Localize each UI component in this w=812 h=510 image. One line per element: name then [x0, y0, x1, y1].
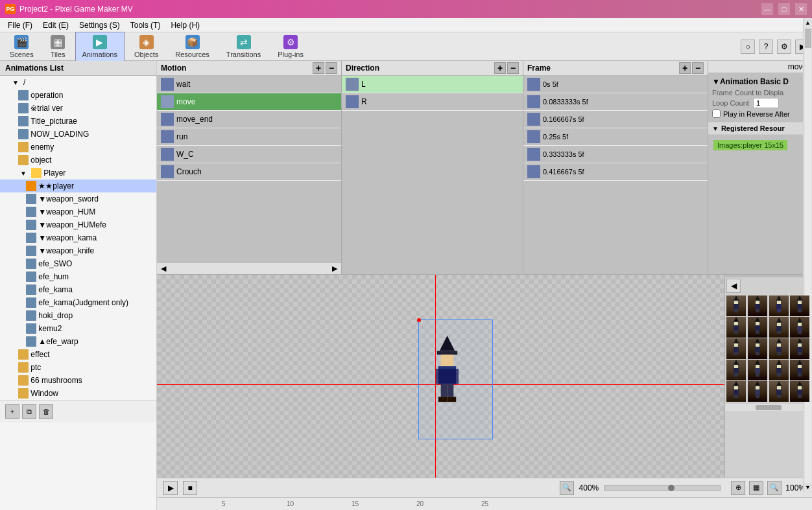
- sidebar-item-enemy[interactable]: enemy: [0, 141, 156, 154]
- sidebar-item-object[interactable]: object: [0, 154, 156, 167]
- frame-remove-button[interactable]: −: [692, 62, 704, 74]
- toolbar-plugins[interactable]: ⚙ Plug-ins: [270, 32, 311, 62]
- sprite-strip-left-arrow[interactable]: ◀: [726, 279, 741, 293]
- animation-basic-title[interactable]: ▼ Animation Basic D: [712, 77, 808, 86]
- frame-1[interactable]: 0.0833333s 5f: [523, 93, 708, 111]
- play-button[interactable]: ▶: [163, 481, 178, 495]
- delete-animation-button[interactable]: 🗑: [39, 404, 53, 419]
- motion-wait[interactable]: wait: [157, 76, 341, 93]
- search-zoom-icon[interactable]: 🔍: [560, 481, 574, 495]
- motion-vscroll[interactable]: ▲ ▼: [803, 61, 812, 492]
- motion-scroll-down-icon[interactable]: ▼: [805, 483, 811, 492]
- sidebar-item-efe-kama-j[interactable]: efe_kama(Judgment only): [0, 296, 156, 309]
- motion-move[interactable]: move: [157, 93, 341, 111]
- toolbar-animations[interactable]: ▶ Animations: [75, 32, 125, 62]
- sprite-cell-16[interactable]: [726, 381, 746, 402]
- sidebar-item-hoki-drop[interactable]: hoki_drop: [0, 309, 156, 322]
- sidebar-item-effect[interactable]: effect: [0, 348, 156, 361]
- sidebar-item-weapon-sword[interactable]: ▼weapon_sword: [0, 192, 156, 205]
- sidebar-item-now-loading[interactable]: NOW_LOADING: [0, 128, 156, 141]
- right-search-icon[interactable]: 🔍: [767, 481, 782, 495]
- menu-tools[interactable]: Tools (T): [125, 19, 166, 31]
- minimize-button[interactable]: —: [761, 3, 773, 15]
- motion-run[interactable]: run: [157, 128, 341, 146]
- direction-L[interactable]: L: [342, 76, 523, 93]
- registered-resources-header[interactable]: ▼ Registered Resour: [708, 122, 812, 135]
- sprite-cell-8[interactable]: [726, 338, 746, 359]
- canvas-container[interactable]: [157, 275, 724, 478]
- sprite-cell-0[interactable]: [726, 296, 746, 316]
- zoom-slider-thumb[interactable]: [668, 485, 675, 491]
- sprite-strip-hscroll[interactable]: [725, 403, 812, 411]
- toolbar-objects[interactable]: ◈ Objects: [127, 32, 165, 62]
- sprite-cell-18[interactable]: [769, 381, 789, 402]
- sidebar-item-window[interactable]: Window: [0, 387, 156, 400]
- sprite-cell-13[interactable]: [748, 360, 767, 380]
- sidebar-item-weapon-hum[interactable]: ▼weapon_HUM: [0, 205, 156, 218]
- motion-add-button[interactable]: +: [313, 62, 324, 74]
- sprite-cell-7[interactable]: [790, 317, 809, 338]
- sprite-cell-1[interactable]: [748, 296, 767, 316]
- direction-add-button[interactable]: +: [494, 62, 506, 74]
- close-button[interactable]: ✕: [795, 3, 807, 15]
- toolbar-tiles[interactable]: ▦ Tiles: [43, 32, 73, 62]
- loop-count-input[interactable]: [753, 98, 779, 108]
- motion-remove-button[interactable]: −: [326, 62, 337, 74]
- frame-3[interactable]: 0.25s 5f: [523, 128, 708, 146]
- sprite-cell-3[interactable]: [790, 296, 809, 316]
- motion-move-end[interactable]: move_end: [157, 111, 341, 128]
- right-grid-icon[interactable]: ▦: [749, 481, 763, 495]
- sprite-cell-14[interactable]: [769, 360, 789, 380]
- zoom-slider[interactable]: [604, 485, 721, 491]
- sprite-cell-9[interactable]: [748, 338, 767, 359]
- menu-edit[interactable]: Edit (E): [38, 19, 74, 31]
- sidebar-item-root[interactable]: ▼ /: [0, 76, 156, 89]
- sprite-cell-2[interactable]: [769, 296, 789, 316]
- sprite-cell-10[interactable]: [769, 338, 789, 359]
- sprite-cell-6[interactable]: [769, 317, 789, 338]
- menu-file[interactable]: File (F): [3, 19, 38, 31]
- direction-R[interactable]: R: [342, 93, 523, 111]
- sidebar-item-mushrooms[interactable]: 66 mushrooms: [0, 374, 156, 387]
- sidebar-item-trial[interactable]: ※trial ver: [0, 102, 156, 115]
- sprite-cell-19[interactable]: [790, 381, 809, 402]
- frame-0[interactable]: 0s 5f: [523, 76, 708, 93]
- menu-settings[interactable]: Settings (S): [74, 19, 125, 31]
- sidebar-item-efe-warp[interactable]: ▲efe_warp: [0, 335, 156, 348]
- sprite-cell-15[interactable]: [790, 360, 809, 380]
- motion-crouch[interactable]: Crouch: [157, 163, 341, 181]
- sprite-cell-11[interactable]: [790, 338, 809, 359]
- toolbar-transitions[interactable]: ⇄ Transitions: [219, 32, 268, 62]
- sidebar-item-player[interactable]: ▼ Player: [0, 167, 156, 180]
- sprite-cell-5[interactable]: [748, 317, 767, 338]
- sidebar-item-title-pic[interactable]: Title_picturae: [0, 115, 156, 128]
- motion-wc[interactable]: W_C: [157, 146, 341, 163]
- sprite-cell-17[interactable]: [748, 381, 767, 402]
- motion-scroll-left[interactable]: ◀: [158, 264, 169, 273]
- toolbar-scenes[interactable]: 🎬 Scenes: [3, 32, 41, 62]
- stop-button[interactable]: ■: [183, 481, 197, 495]
- add-animation-button[interactable]: +: [5, 404, 19, 419]
- sprite-cell-4[interactable]: [726, 317, 746, 338]
- frame-5[interactable]: 0.416667s 5f: [523, 163, 708, 181]
- sidebar-item-weapon-humefe[interactable]: ▼weapon_HUMefe: [0, 218, 156, 231]
- right-target-icon[interactable]: ⊕: [731, 481, 745, 495]
- sidebar-item-efe-hum[interactable]: efe_hum: [0, 270, 156, 283]
- play-reverse-checkbox[interactable]: [712, 110, 721, 118]
- sidebar-item-weapon-kama[interactable]: ▼weapon_kama: [0, 231, 156, 244]
- sidebar-item-player-star[interactable]: ★★player: [0, 180, 156, 192]
- sidebar-item-operation[interactable]: operation: [0, 89, 156, 102]
- frame-2[interactable]: 0.166667s 5f: [523, 111, 708, 128]
- maximize-button[interactable]: □: [778, 3, 790, 15]
- direction-remove-button[interactable]: −: [507, 62, 519, 74]
- duplicate-animation-button[interactable]: ⧉: [22, 404, 36, 419]
- menu-help[interactable]: Help (H): [165, 19, 205, 31]
- sidebar-item-efe-kama[interactable]: efe_kama: [0, 283, 156, 296]
- toolbar-help-btn[interactable]: ?: [759, 40, 773, 54]
- sprite-cell-12[interactable]: [726, 360, 746, 380]
- motion-scroll-right[interactable]: ▶: [329, 264, 340, 273]
- sidebar-item-kemu2[interactable]: kemu2: [0, 322, 156, 335]
- toolbar-settings-btn[interactable]: ⚙: [777, 40, 791, 54]
- frame-4[interactable]: 0.333333s 5f: [523, 146, 708, 163]
- sidebar-item-efe-swo[interactable]: efe_SWO: [0, 257, 156, 270]
